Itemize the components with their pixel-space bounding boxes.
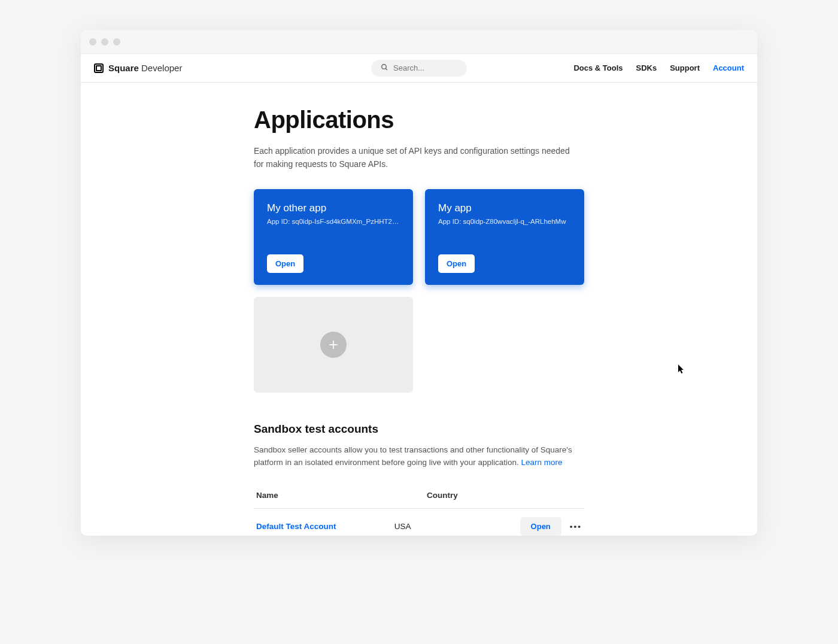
- page-title: Applications: [254, 107, 584, 133]
- square-logo-icon: [94, 63, 104, 73]
- sandbox-accounts-table: Name Country Default Test Account USA Op…: [254, 482, 584, 536]
- brand-word-2: Developer: [141, 63, 182, 73]
- window-close-dot[interactable]: [89, 38, 96, 45]
- app-card[interactable]: My other app App ID: sq0idp-IsF-sd4kGMXm…: [254, 189, 413, 285]
- add-application-card[interactable]: [254, 297, 413, 393]
- col-country: Country: [427, 491, 582, 500]
- top-nav: Docs & Tools SDKs Support Account: [573, 63, 744, 72]
- brand-word-1: Square: [108, 63, 139, 73]
- col-name: Name: [256, 491, 427, 500]
- learn-more-link[interactable]: Learn more: [521, 458, 563, 467]
- table-header-row: Name Country: [254, 482, 584, 509]
- nav-docs-tools[interactable]: Docs & Tools: [573, 63, 623, 72]
- open-sandbox-button[interactable]: Open: [520, 517, 561, 536]
- window-min-dot[interactable]: [101, 38, 108, 45]
- account-name-link[interactable]: Default Test Account: [256, 522, 394, 531]
- search-input[interactable]: Search...: [371, 60, 467, 77]
- plus-icon: [320, 332, 347, 358]
- browser-window: Square Developer Search... Docs & Tools …: [81, 30, 757, 536]
- account-country: USA: [394, 522, 520, 531]
- svg-point-0: [382, 64, 387, 69]
- window-max-dot[interactable]: [113, 38, 120, 45]
- sandbox-description: Sandbox seller accounts allow you to tes…: [254, 444, 584, 469]
- main-content: Applications Each application provides a…: [81, 83, 757, 536]
- search-placeholder: Search...: [393, 63, 424, 72]
- applications-grid: My other app App ID: sq0idp-IsF-sd4kGMXm…: [254, 189, 584, 393]
- site-header: Square Developer Search... Docs & Tools …: [81, 54, 757, 83]
- app-card-appid: App ID: sq0idp-Z80wvacIjl-q_-ARLhehMw: [438, 218, 571, 225]
- nav-support[interactable]: Support: [670, 63, 700, 72]
- open-app-button[interactable]: Open: [267, 254, 303, 273]
- search-icon: [381, 63, 388, 73]
- app-card-title: My other app: [267, 202, 400, 214]
- app-card[interactable]: My app App ID: sq0idp-Z80wvacIjl-q_-ARLh…: [425, 189, 584, 285]
- page-description: Each application provides a unique set o…: [254, 144, 577, 171]
- more-options-icon[interactable]: •••: [570, 522, 582, 531]
- app-card-appid: App ID: sq0idp-IsF-sd4kGMXm_PzHHT2Q...: [267, 218, 400, 225]
- table-row: Default Test Account USA Open •••: [254, 509, 584, 536]
- sandbox-heading: Sandbox test accounts: [254, 423, 584, 436]
- window-title-bar: [81, 30, 757, 54]
- brand[interactable]: Square Developer: [94, 63, 182, 73]
- open-app-button[interactable]: Open: [438, 254, 475, 273]
- app-card-title: My app: [438, 202, 571, 214]
- svg-line-1: [385, 68, 387, 70]
- nav-sdks[interactable]: SDKs: [636, 63, 657, 72]
- nav-account[interactable]: Account: [713, 63, 744, 72]
